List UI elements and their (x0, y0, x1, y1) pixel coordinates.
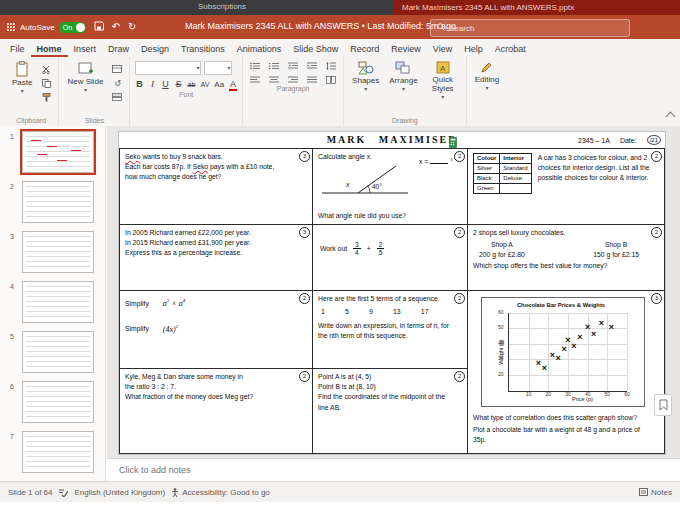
arrange-icon (395, 61, 411, 75)
slide-thumbnail-5[interactable]: 5 (22, 331, 94, 373)
menu-view[interactable]: View (427, 42, 458, 57)
justify-icon[interactable] (305, 75, 319, 85)
question-midpoint[interactable]: Point A is at (4, 5) Point B is at (8, 1… (313, 369, 467, 453)
search-box[interactable]: Search (430, 19, 630, 37)
arrange-button[interactable]: Arrange▾ (386, 60, 420, 93)
bookmark-icon[interactable] (654, 394, 672, 416)
slide-canvas[interactable]: MARK MAXIMISER 2345 – 1A Date: /21 Seko … (118, 131, 666, 455)
slide-editing-canvas[interactable]: MARK MAXIMISER 2345 – 1A Date: /21 Seko … (107, 126, 680, 458)
file-tab[interactable]: Mark Maximisers 2345 ALL with ANSWERS.pp… (394, 0, 680, 15)
menu-record[interactable]: Record (344, 42, 385, 57)
mark-badge: 2 (454, 293, 465, 304)
thumbnail-preview (26, 336, 90, 368)
slide-thumbnail-3[interactable]: 3 (22, 231, 94, 273)
mark-badge: 3 (299, 227, 310, 238)
bullets-icon[interactable] (248, 61, 262, 71)
quick-styles-button[interactable]: A Quick Styles▾ (425, 60, 461, 101)
clear-formatting-button[interactable]: ab (187, 81, 195, 88)
slide-thumbnail-6[interactable]: 6 (22, 381, 94, 423)
bold-button[interactable]: B (135, 79, 143, 89)
menu-acrobat[interactable]: Acrobat (489, 42, 532, 57)
question-fractions[interactable]: Work out 34 + 25 2 (313, 225, 467, 290)
editing-button[interactable]: Editing▾ (472, 60, 502, 92)
reset-slide-icon[interactable]: ↺ (110, 78, 124, 88)
accessibility-button[interactable]: Accessibility: Good to go (171, 488, 270, 497)
question-text: Work out (320, 244, 347, 254)
slide-thumbnail-4[interactable]: 4 (22, 281, 94, 323)
menu-design[interactable]: Design (135, 42, 175, 57)
change-case-button[interactable]: Aa (214, 80, 224, 89)
chart-title: Chocolate Bar Prices & Weights (486, 301, 636, 310)
clipboard-group-label: Clipboard (9, 117, 53, 126)
font-color-button[interactable]: A (229, 80, 237, 91)
shapes-button[interactable]: Shapes▾ (349, 60, 382, 93)
spell-check-icon (58, 488, 68, 497)
new-slide-button[interactable]: New Slide▾ (64, 60, 106, 94)
notes-pane[interactable]: Click to add notes (107, 458, 680, 481)
menu-help[interactable]: Help (458, 42, 489, 57)
question-sequence[interactable]: Here are the first 5 terms of a sequence… (313, 291, 467, 368)
menu-animations[interactable]: Animations (231, 42, 288, 57)
italic-button[interactable]: I (148, 79, 156, 89)
menu-insert[interactable]: Insert (68, 42, 103, 57)
align-right-icon[interactable] (286, 75, 300, 85)
menu-file[interactable]: File (4, 42, 31, 57)
question-percentage-increase[interactable]: In 2005 Richard earned £22,000 per year.… (120, 225, 312, 290)
question-angle[interactable]: Calculate angle x. 40° x x =° What angle… (313, 149, 467, 224)
question-text: Which shop offers the best value for mon… (473, 261, 653, 271)
strikethrough-button[interactable]: S (174, 79, 182, 89)
question-text: the ratio 3 : 2 : 7. (125, 382, 301, 392)
slides-group-label: Slides (64, 117, 124, 126)
thumbnail-number: 4 (10, 283, 14, 290)
menu-draw[interactable]: Draw (102, 42, 135, 57)
spell-check-button[interactable] (58, 488, 68, 497)
svg-text:A: A (440, 64, 446, 73)
underline-button[interactable]: U (161, 79, 169, 89)
slide-thumbnail-1[interactable]: 1 (22, 131, 94, 173)
slide-header: MARK MAXIMISER 2345 – 1A Date: /21 (119, 132, 665, 148)
browser-tab-subscriptions[interactable]: Subscriptions (198, 2, 246, 11)
redo-icon[interactable]: ↻ (128, 22, 136, 32)
font-size-combobox[interactable] (204, 61, 232, 75)
autosave-toggle[interactable]: On (59, 22, 86, 33)
question-scatter-graph[interactable]: Chocolate Bar Prices & Weights Weight (g… (468, 291, 664, 453)
font-name-combobox[interactable] (135, 61, 201, 75)
copy-icon[interactable] (39, 78, 53, 88)
colour-interior-table: ColourInterior SilverStandard BlackDelux… (473, 153, 532, 194)
decrease-indent-icon[interactable] (286, 61, 300, 71)
autosave-label: AutoSave (20, 23, 55, 32)
format-painter-icon[interactable] (39, 92, 53, 102)
undo-icon[interactable]: ↶ (112, 22, 120, 32)
cut-icon[interactable] (39, 64, 53, 74)
numbering-icon[interactable] (267, 61, 281, 71)
paste-button[interactable]: Paste▾ (9, 60, 35, 95)
line-spacing-icon[interactable] (324, 61, 338, 71)
character-spacing-button[interactable]: AV (200, 81, 209, 88)
save-icon[interactable] (94, 21, 104, 33)
question-snack-bars[interactable]: Seko wants to buy 9 snack bars. Each bar… (120, 149, 312, 224)
menu-home[interactable]: Home (31, 42, 68, 57)
slide-layout-icon[interactable] (110, 64, 124, 74)
question-ratio[interactable]: Kyle, Meg & Dan share some money in the … (120, 369, 312, 453)
question-text: Each bar costs 87p. If Seko pays with a … (125, 162, 301, 172)
section-icon[interactable] (110, 92, 124, 102)
shop-b: Shop B 150 g for £2.15 (593, 240, 639, 259)
drawing-group-label: Drawing (349, 117, 461, 126)
slide-thumbnail-7[interactable]: 7 (22, 431, 94, 473)
menu-review[interactable]: Review (385, 42, 427, 57)
question-text: Here are the first 5 terms of a sequence… (318, 294, 456, 304)
align-left-icon[interactable] (248, 75, 262, 85)
app-launcher-icon[interactable] (6, 18, 16, 36)
language-button[interactable]: English (United Kingdom) (74, 488, 165, 497)
align-center-icon[interactable] (267, 75, 281, 85)
notes-toggle-button[interactable]: Notes (639, 488, 672, 497)
ribbon-group-font: B I U S ab AV Aa A Font (129, 57, 242, 126)
question-best-value[interactable]: 2 shops sell luxury chocolates. Shop A 2… (468, 225, 664, 290)
menu-slide-show[interactable]: Slide Show (287, 42, 344, 57)
menu-transitions[interactable]: Transitions (175, 42, 231, 57)
question-colour-interior[interactable]: ColourInterior SilverStandard BlackDelux… (468, 149, 664, 224)
question-simplify[interactable]: Simplify a3 × a4 Simplify (4x)2 2 (120, 291, 312, 368)
increase-indent-icon[interactable] (305, 61, 319, 71)
slide-thumbnail-2[interactable]: 2 (22, 181, 94, 223)
columns-icon[interactable] (324, 75, 338, 85)
